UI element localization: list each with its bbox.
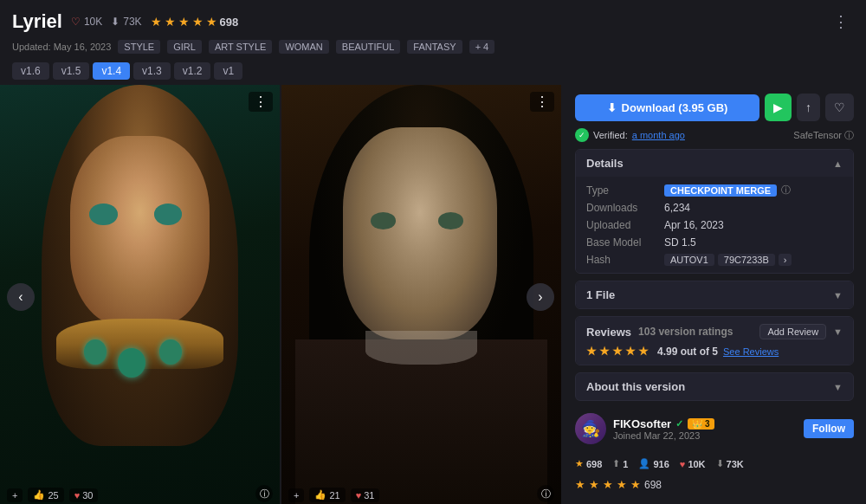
tag-fantasy[interactable]: FANTASY [407, 40, 462, 54]
gallery-prev-button[interactable]: ‹ [7, 283, 35, 311]
likes-wrap: ♡ 10K [71, 16, 102, 28]
thumb-icon: 👍 [314, 489, 326, 501]
reviews-score: 4.99 out of 5 [657, 346, 718, 358]
chevron-down-icon: ▼ [833, 290, 843, 300]
play-icon: ▶ [773, 100, 783, 114]
stat-downloads-val: 73K [727, 459, 744, 469]
image1-info-button[interactable]: ⓘ [255, 485, 273, 502]
reviews-chevron-icon: ▼ [833, 326, 843, 337]
author-stats: ★ 698 ⬆ 1 👤 916 ♥ 10K ⬇ 73K [575, 456, 854, 471]
stat-rating-val: 698 [586, 459, 602, 469]
details-title: Details [586, 157, 624, 170]
image1-likes: 25 [48, 490, 58, 501]
bstar5: ★ [630, 478, 641, 491]
version-tab-v13[interactable]: v1.3 [133, 62, 171, 80]
chevron-up-icon: ▲ [833, 158, 843, 169]
type-value: CHECKPOINT MERGE [664, 184, 777, 197]
version-tab-v14[interactable]: v1.4 [93, 62, 130, 80]
files-title: 1 File [586, 288, 615, 301]
hash-copy-button[interactable]: › [779, 254, 792, 266]
image2-heart-button[interactable]: ♥ 31 [351, 488, 380, 502]
stat-followers-val: 916 [653, 459, 669, 469]
image1-like-button[interactable]: 👍 25 [28, 488, 63, 502]
download-icon: ⬇ [607, 101, 617, 114]
tag-beautiful[interactable]: BEAUTIFUL [336, 40, 401, 54]
star4: ★ [625, 345, 636, 358]
reviews-section-header[interactable]: Reviews 103 version ratings Add Review ▼… [576, 317, 853, 365]
star-icon: ★ [575, 458, 584, 469]
image1-add-button[interactable]: + [7, 488, 23, 502]
followers-icon: 👤 [638, 458, 650, 469]
gallery-next-button[interactable]: › [527, 283, 554, 311]
uploaded-label: Uploaded [586, 219, 664, 231]
heart-icon: ♥ [74, 490, 81, 501]
safe-tensor-info-icon: ⓘ [844, 129, 854, 142]
author-row: 🧙 FIKOsofter ✓ 👑 3 Joined Mar 22, 2023 F… [575, 408, 854, 449]
detail-base-model-row: Base Model SD 1.5 [586, 236, 843, 249]
download-label: Download (3.95 GB) [622, 101, 728, 114]
likes-count: 10K [84, 16, 102, 28]
files-section-header[interactable]: 1 File ▼ [576, 281, 853, 308]
stars-wrap: ★ ★ ★ ★ ★ 698 [151, 15, 239, 29]
star5: ★ [638, 345, 649, 358]
verified-time[interactable]: a month ago [632, 130, 685, 140]
image1-menu-button[interactable]: ⋮ [249, 92, 273, 112]
author-verified-icon: ✓ [675, 418, 683, 430]
image2-add-button[interactable]: + [288, 488, 304, 502]
rating-count: 698 [220, 16, 239, 29]
downloads-count: 73K [123, 16, 141, 28]
image1-heart-button[interactable]: ♥ 30 [69, 488, 99, 502]
base-model-value: SD 1.5 [664, 236, 696, 249]
details-section: Details ▲ Type CHECKPOINT MERGE ⓘ Downlo… [575, 149, 854, 274]
image2-info-button[interactable]: ⓘ [537, 485, 554, 502]
sidebar: ⬇ Download (3.95 GB) ▶ ↑ ♡ ✓ Verified: a… [563, 85, 866, 504]
gallery-image-1: ⋮ ‹ + 👍 25 ♥ 30 ⓘ [0, 85, 281, 504]
about-section[interactable]: About this version ▼ [575, 372, 854, 401]
detail-uploaded-row: Uploaded Apr 16, 2023 [586, 219, 843, 231]
star-4: ★ [192, 15, 204, 29]
stat-posts: ⬆ 1 [612, 458, 628, 469]
download-icon: ⬇ [111, 16, 120, 28]
more-button[interactable]: ⋮ [828, 9, 854, 35]
bottom-score: 698 [644, 479, 662, 491]
reviews-section: Reviews 103 version ratings Add Review ▼… [575, 316, 854, 365]
image2-like-button[interactable]: 👍 21 [309, 488, 345, 502]
image1-actions: + 👍 25 ♥ 30 [7, 488, 98, 502]
version-tab-v1[interactable]: v1 [214, 62, 242, 80]
tag-art-style[interactable]: ART STYLE [209, 40, 273, 54]
add-review-button[interactable]: Add Review [759, 324, 826, 339]
gallery: ⋮ ‹ + 👍 25 ♥ 30 ⓘ [0, 85, 563, 504]
play-button[interactable]: ▶ [765, 94, 792, 121]
share-button[interactable]: ↑ [797, 94, 820, 121]
likes-icon: ♥ [680, 459, 686, 469]
type-info-icon[interactable]: ⓘ [781, 184, 791, 197]
version-tab-v12[interactable]: v1.2 [174, 62, 211, 80]
page-title: Lyriel [12, 10, 62, 33]
version-tab-v15[interactable]: v1.5 [53, 62, 90, 80]
stat-downloads: ⬇ 73K [716, 458, 744, 469]
share-icon: ↑ [805, 100, 811, 114]
download-row: ⬇ Download (3.95 GB) ▶ ↑ ♡ [575, 94, 854, 121]
reviews-title: Reviews [586, 326, 631, 339]
star2: ★ [599, 345, 610, 358]
hash-autov1: AUTOV1 [664, 254, 714, 266]
tag-woman[interactable]: WOMAN [279, 40, 328, 54]
reviews-count: 103 version ratings [638, 326, 733, 338]
tag-girl[interactable]: GIRL [167, 40, 202, 54]
bottom-stars-row: ★ ★ ★ ★ ★ 698 [575, 478, 854, 491]
heart-icon: ♡ [71, 16, 81, 28]
download-button[interactable]: ⬇ Download (3.95 GB) [575, 94, 759, 121]
image2-menu-button[interactable]: ⋮ [530, 92, 554, 112]
detail-type-row: Type CHECKPOINT MERGE ⓘ [586, 184, 843, 197]
details-section-header[interactable]: Details ▲ [576, 150, 853, 177]
reviews-header-row: Reviews 103 version ratings Add Review ▼ [586, 324, 843, 339]
tag-style[interactable]: STYLE [118, 40, 160, 54]
favorite-button[interactable]: ♡ [825, 94, 854, 121]
verified-left: ✓ Verified: a month ago [575, 128, 685, 142]
tag-more[interactable]: + 4 [469, 40, 495, 54]
safe-tensor: SafeTensor ⓘ [793, 129, 854, 142]
see-reviews-button[interactable]: See Reviews [723, 346, 779, 357]
follow-button[interactable]: Follow [804, 419, 854, 438]
version-tab-v16[interactable]: v1.6 [12, 62, 49, 80]
detail-downloads-row: Downloads 6,234 [586, 202, 843, 214]
